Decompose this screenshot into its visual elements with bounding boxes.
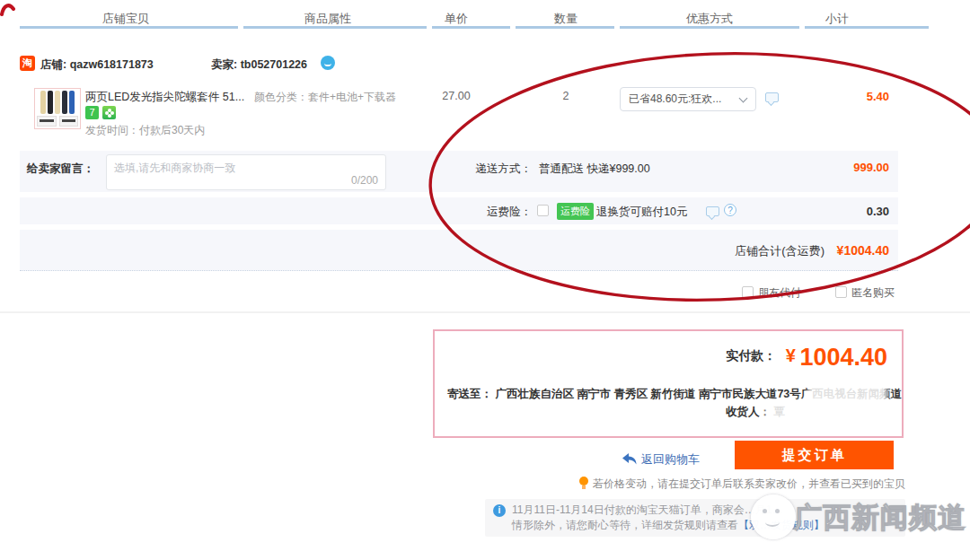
column-header-subtotal: 小计	[783, 11, 891, 25]
friend-pay-option[interactable]: 朋友代付	[742, 285, 801, 301]
product-title[interactable]: 两页LED发光指尖陀螺套件 51...	[85, 90, 252, 105]
seller-name: 卖家: tb052701226	[211, 57, 307, 73]
ship-to-label: 寄送至：	[447, 388, 492, 400]
section-divider	[0, 311, 970, 313]
tv-channel-logo	[751, 494, 796, 539]
delivery-method-value: 普通配送 快递¥999.00	[539, 162, 650, 177]
info-icon: i	[493, 504, 506, 517]
wangwang-messenger-icon[interactable]	[321, 56, 335, 70]
actual-payment-label: 实付款：	[726, 348, 776, 363]
column-header-qty: 数量	[525, 11, 606, 25]
help-question-icon[interactable]: ?	[724, 204, 736, 216]
store-total-row: 店铺合计(含运费) ¥1004.40	[503, 243, 889, 259]
discount-dropdown[interactable]: 已省48.60元:狂欢...	[620, 87, 756, 111]
store-total-label: 店铺合计(含运费)	[735, 244, 824, 258]
currency-symbol: ¥	[786, 346, 796, 365]
back-to-cart-link[interactable]: 返回购物车	[622, 451, 700, 468]
seller-id: tb052701226	[241, 58, 307, 71]
insurance-fee: 0.30	[781, 205, 889, 218]
header-underline	[516, 26, 614, 29]
unit-price: 27.00	[416, 90, 497, 102]
column-header-items: 店铺宝贝	[36, 11, 216, 25]
delivery-method-label: 递送方式：	[442, 162, 532, 177]
seven-day-return-badge: 7	[85, 106, 99, 119]
actual-payment-amount: 1004.40	[799, 344, 887, 371]
shop-id: qazw618171873	[70, 58, 154, 71]
submit-order-button[interactable]: 提交订单	[735, 441, 894, 469]
store-total-amount: ¥1004.40	[837, 243, 889, 258]
privacy-blur	[812, 385, 884, 401]
taobao-icon: 淘	[20, 56, 35, 71]
message-box: 0/200	[106, 154, 386, 190]
freight-insurance-label: 运费险：	[442, 205, 532, 220]
column-header-attrs: 商品属性	[247, 11, 409, 25]
insurance-badge: 运费险	[557, 203, 594, 220]
delivery-fee: 999.00	[781, 161, 889, 174]
shipping-time: 发货时间：付款后30天内	[85, 123, 205, 138]
receiver-label: 收货人：	[726, 406, 771, 418]
line-subtotal: 5.40	[783, 90, 889, 103]
anonymous-buy-option[interactable]: 匿名购买	[835, 285, 895, 301]
taobao-order-confirm-page: 店铺宝贝 商品属性 单价 数量 优惠方式 小计 淘 店铺: qazw618171…	[0, 0, 970, 560]
actual-payment-row: 实付款： ¥ 1004.40	[726, 344, 887, 372]
column-header-discount: 优惠方式	[642, 11, 777, 25]
back-arrow-icon	[622, 453, 637, 465]
message-to-seller-label: 给卖家留言：	[27, 162, 94, 177]
header-underline	[243, 26, 427, 29]
friend-pay-label: 朋友代付	[758, 286, 801, 299]
header-underline	[20, 26, 238, 29]
watermark-text: 广西新闻频道	[794, 499, 966, 537]
column-header-price: 单价	[416, 11, 497, 25]
insurance-desc: 退换货可赔付10元	[596, 205, 687, 220]
anonymous-buy-label: 匿名购买	[851, 286, 895, 299]
anonymous-buy-checkbox[interactable]	[835, 286, 847, 298]
message-input[interactable]	[107, 155, 385, 189]
comment-bubble-icon[interactable]	[765, 92, 779, 102]
privacy-blur	[769, 405, 893, 426]
product-attributes: 颜色分类：套件+电池+下载器	[254, 90, 396, 105]
payment-summary-box: 实付款： ¥ 1004.40 寄送至： 广西壮族自治区 南宁市 青秀区 新竹街道…	[433, 329, 904, 438]
product-thumbnail-image	[37, 91, 78, 114]
product-thumbnail[interactable]	[34, 88, 81, 129]
price-change-tip: 若价格变动，请在提交订单后联系卖家改价，并查看已买到的宝贝	[557, 477, 905, 492]
discount-selected: 已省48.60元:狂欢...	[629, 92, 721, 105]
chevron-down-icon	[739, 94, 748, 103]
friend-pay-checkbox[interactable]	[742, 286, 754, 298]
header-underline	[805, 26, 929, 29]
quantity: 2	[525, 90, 606, 102]
bulb-icon	[579, 477, 588, 489]
seller-label: 卖家:	[211, 58, 241, 71]
header-underline	[620, 26, 799, 29]
comment-bubble-icon[interactable]	[706, 206, 719, 216]
shop-label: 店铺:	[40, 58, 70, 71]
shop-name: 店铺: qazw618171873	[40, 57, 154, 73]
insurance-checkbox[interactable]	[537, 205, 549, 216]
char-counter: 0/200	[351, 174, 378, 187]
back-to-cart-label: 返回购物车	[641, 452, 700, 466]
charity-item-icon	[102, 106, 116, 119]
header-underline	[432, 26, 510, 29]
red-corner-mark	[2, 5, 13, 14]
